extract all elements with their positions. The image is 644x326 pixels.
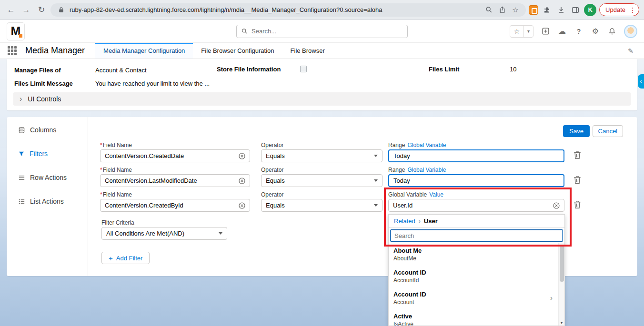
favorites-star-icon[interactable]: ☆ <box>510 26 523 37</box>
share-icon[interactable] <box>497 5 507 15</box>
app-launcher-icon[interactable] <box>8 46 17 55</box>
operator-select[interactable]: Equals <box>261 199 382 212</box>
list-item[interactable]: Active IsActive <box>389 311 558 326</box>
collapse-panel-tab[interactable]: ‹ <box>638 74 644 89</box>
chevron-right-icon: › <box>419 218 421 225</box>
breadcrumb-current-object: User <box>424 217 438 225</box>
field-name-input[interactable] <box>105 202 236 209</box>
global-search-input[interactable] <box>252 28 402 35</box>
browser-forward-icon[interactable]: → <box>20 4 32 16</box>
option-label: Account ID <box>393 268 547 277</box>
label-text: Field Name <box>103 167 132 173</box>
delete-filter-icon[interactable] <box>573 176 582 184</box>
app-logo-letter: M <box>11 25 21 37</box>
chevron-down-icon <box>219 232 222 235</box>
tab-label: File Browser Configuration <box>201 47 274 54</box>
scroll-down-icon[interactable]: ▾ <box>559 321 564 325</box>
breadcrumb-related-link[interactable]: Related <box>394 217 415 225</box>
range-value-input[interactable] <box>393 152 559 159</box>
option-api-name: AccountId <box>393 277 547 285</box>
clear-icon[interactable] <box>239 202 245 209</box>
files-limit-label: Files Limit <box>429 66 459 73</box>
app-name: Media Manager <box>25 46 85 56</box>
clear-icon[interactable] <box>239 178 245 184</box>
dropdown-option-list: About Me AboutMe Account ID AccountId Ac… <box>389 244 558 326</box>
sidebar-item-row-actions[interactable]: Row Actions <box>7 166 88 189</box>
store-file-info-checkbox[interactable] <box>300 66 307 72</box>
browser-reload-icon[interactable]: ↻ <box>35 4 48 16</box>
favorites-dropdown-icon[interactable]: ▾ <box>523 26 533 37</box>
field-name-input[interactable] <box>105 177 236 184</box>
tab-file-browser-configuration[interactable]: File Browser Configuration <box>193 43 282 59</box>
operator-value: Equals <box>266 152 371 159</box>
field-name-input[interactable] <box>105 152 236 159</box>
bookmark-star-icon[interactable]: ☆ <box>511 5 520 15</box>
edit-pencil-icon[interactable]: ✎ <box>628 47 634 55</box>
required-asterisk: * <box>100 142 102 148</box>
help-icon[interactable]: ? <box>574 27 584 36</box>
sidebar-item-columns[interactable]: Columns <box>7 118 88 142</box>
clear-icon[interactable] <box>553 202 560 209</box>
sidebar-item-label: Columns <box>30 126 56 134</box>
browser-profile-avatar[interactable]: K <box>584 4 596 16</box>
tab-media-manager-configuration[interactable]: Media Manager Configuration <box>95 43 193 59</box>
operator-value: Equals <box>266 202 371 209</box>
range-value-input-box <box>388 174 564 187</box>
range-value-input[interactable] <box>393 177 559 184</box>
filter-criteria-select[interactable]: All Conditions Are Met(AND) <box>101 227 227 240</box>
chevron-down-icon <box>374 179 378 182</box>
clear-icon[interactable] <box>239 153 245 159</box>
value-mode-toggle-link[interactable]: Global Variable <box>407 142 446 148</box>
operator-select[interactable]: Equals <box>261 174 382 187</box>
extensions-puzzle-icon[interactable] <box>541 4 553 16</box>
add-filter-label: Add Filter <box>116 255 143 262</box>
dropdown-search-input[interactable] <box>394 232 559 239</box>
ui-controls-label: UI Controls <box>28 95 61 103</box>
list-item[interactable]: Account ID Account › <box>389 289 558 308</box>
value-mode-label: RangeGlobal Variable <box>388 167 564 173</box>
tab-file-browser[interactable]: File Browser <box>282 43 333 59</box>
chevron-right-icon[interactable]: › <box>550 294 553 302</box>
url-text[interactable]: ruby-app-82-dev-ed.scratch.lightning.for… <box>70 6 480 13</box>
delete-filter-icon[interactable] <box>573 200 582 209</box>
value-mode-toggle-link[interactable]: Value <box>429 191 443 198</box>
side-panel-icon[interactable] <box>570 4 581 16</box>
columns-icon <box>18 127 25 134</box>
delete-filter-icon[interactable] <box>573 151 582 159</box>
ui-controls-section[interactable]: › UI Controls <box>13 92 631 106</box>
downloads-icon[interactable] <box>555 4 567 16</box>
global-actions-icon[interactable] <box>541 27 550 36</box>
browser-back-icon[interactable]: ← <box>5 4 17 16</box>
list-item[interactable]: Account ID AccountId <box>389 267 558 286</box>
trailhead-cloud-icon[interactable]: ☁ <box>557 27 567 36</box>
operator-label: Operator <box>261 142 382 148</box>
settings-card: Manage Files of Account & Contact Store … <box>7 59 637 110</box>
scrollbar-thumb[interactable] <box>560 245 564 282</box>
user-avatar[interactable] <box>624 25 637 38</box>
screen: ← → ↻ ruby-app-82-dev-ed.scratch.lightni… <box>0 0 644 326</box>
pinned-extension-icon[interactable] <box>529 5 538 15</box>
field-name-label: *Field Name <box>100 167 250 173</box>
sidebar-item-label: Row Actions <box>30 174 67 181</box>
zoom-icon[interactable] <box>484 5 493 15</box>
value-mode-toggle-link[interactable]: Global Variable <box>407 167 446 173</box>
sidebar-item-filters[interactable]: Filters <box>7 142 88 166</box>
sidebar-item-list-actions[interactable]: List Actions <box>7 189 88 213</box>
option-api-name: AboutMe <box>393 255 547 263</box>
list-item[interactable]: About Me AboutMe <box>389 245 558 264</box>
operator-select[interactable]: Equals <box>261 149 382 162</box>
setup-gear-icon[interactable]: ⚙ <box>591 27 600 36</box>
chevron-down-icon <box>374 204 378 207</box>
browser-menu-icon[interactable]: ⋮ <box>629 6 636 14</box>
option-label: Active <box>393 312 547 320</box>
cancel-button[interactable]: Cancel <box>593 125 623 137</box>
value-mode-label: Global VariableValue <box>388 191 564 198</box>
global-search-box[interactable] <box>236 25 408 38</box>
update-button[interactable]: Update ⋮ <box>599 3 639 16</box>
global-variable-input[interactable] <box>393 202 550 209</box>
dropdown-scrollbar[interactable]: ▾ <box>558 243 564 326</box>
add-filter-button[interactable]: + Add Filter <box>101 252 150 264</box>
address-bar[interactable]: ruby-app-82-dev-ed.scratch.lightning.for… <box>50 3 526 17</box>
notifications-bell-icon[interactable] <box>607 27 617 36</box>
save-button[interactable]: Save <box>563 125 590 137</box>
